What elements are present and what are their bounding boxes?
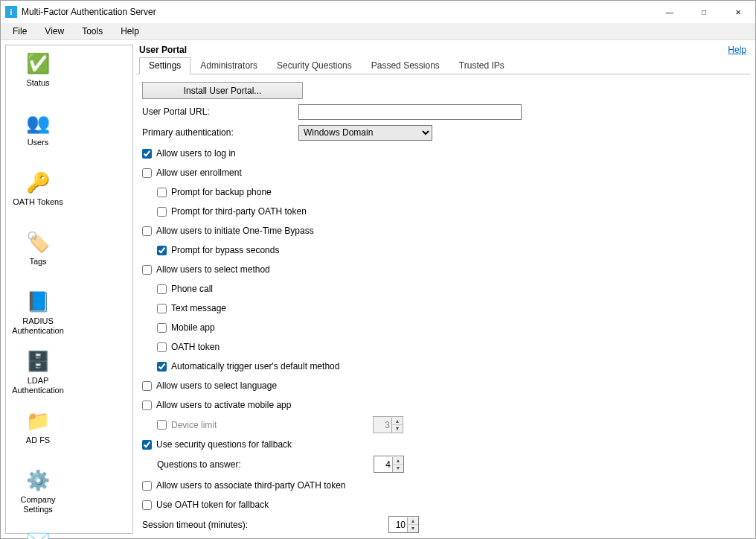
use-security-questions-checkbox[interactable]: Use security questions for fallback xyxy=(142,439,292,450)
nav-item-label: Tags xyxy=(29,257,46,267)
nav-item-company-settings[interactable]: ⚙️Company Settings xyxy=(6,465,70,525)
content-panel: User Portal Help SettingsAdministratorsS… xyxy=(136,45,751,534)
allow-select-method-checkbox[interactable]: Allow users to select method xyxy=(142,264,270,275)
tab-passed-sessions[interactable]: Passed Sessions xyxy=(362,57,449,74)
allow-enrollment-checkbox[interactable]: Allow user enrollment xyxy=(142,168,242,178)
page-title: User Portal xyxy=(139,45,728,55)
maximize-button[interactable]: □ xyxy=(687,1,721,23)
nav-item-radius-authentication[interactable]: 📘RADIUS Authentication xyxy=(6,287,70,346)
user-portal-url-input[interactable] xyxy=(298,104,522,120)
content-header: User Portal Help xyxy=(136,45,751,55)
primary-auth-select[interactable]: Windows Domain xyxy=(298,125,432,141)
status-icon: ✅ xyxy=(26,51,50,75)
device-limit-spinner[interactable]: ▲▼ xyxy=(373,416,403,433)
prompt-third-party-oath-checkbox[interactable]: Prompt for third-party OATH token xyxy=(157,206,307,217)
window-title: Multi-Factor Authentication Server xyxy=(22,7,653,17)
install-user-portal-button[interactable]: Install User Portal... xyxy=(142,82,303,99)
questions-to-answer-label: Questions to answer: xyxy=(157,459,374,470)
window-controls: — □ ✕ xyxy=(653,1,755,23)
primary-auth-label: Primary authentication: xyxy=(142,127,298,138)
nav-item-label: Status xyxy=(26,78,49,88)
ldap-auth-icon: 🗄️ xyxy=(26,349,50,373)
oath-tokens-icon: 🔑 xyxy=(26,170,50,194)
method-mobileapp-checkbox[interactable]: Mobile app xyxy=(157,322,215,333)
nav-item-label: AD FS xyxy=(26,436,50,445)
adfs-icon: 📁 xyxy=(26,409,50,433)
session-timeout-label: Session timeout (minutes): xyxy=(142,520,388,530)
nav-item-status[interactable]: ✅Status xyxy=(6,48,70,108)
menu-tools[interactable]: Tools xyxy=(73,25,112,38)
allow-bypass-checkbox[interactable]: Allow users to initiate One-Time Bypass xyxy=(142,226,314,236)
nav-item-label: Users xyxy=(28,138,49,147)
client-area: ✅Status👥Users🔑OATH Tokens🏷️Tags📘RADIUS A… xyxy=(1,40,755,538)
nav-item-oath-tokens[interactable]: 🔑OATH Tokens xyxy=(6,168,70,227)
tabstrip: SettingsAdministratorsSecurity Questions… xyxy=(136,57,751,74)
company-settings-icon: ⚙️ xyxy=(26,468,50,492)
use-oath-fallback-checkbox[interactable]: Use OATH token for fallback xyxy=(142,500,269,510)
menu-help[interactable]: Help xyxy=(112,25,148,38)
tab-administrators[interactable]: Administrators xyxy=(190,57,267,74)
nav-item-ad-fs[interactable]: 📁AD FS xyxy=(6,406,70,465)
tags-icon: 🏷️ xyxy=(26,230,50,254)
tab-trusted-ips[interactable]: Trusted IPs xyxy=(449,57,514,74)
help-link[interactable]: Help xyxy=(728,45,746,55)
device-limit-checkbox[interactable]: Device limit xyxy=(157,420,373,430)
nav-item-label: OATH Tokens xyxy=(13,197,63,207)
nav-panel: ✅Status👥Users🔑OATH Tokens🏷️Tags📘RADIUS A… xyxy=(5,45,133,534)
session-timeout-spinner[interactable]: ▲▼ xyxy=(388,516,419,533)
method-phone-checkbox[interactable]: Phone call xyxy=(157,284,213,294)
nav-item-label: LDAP Authentication xyxy=(7,376,68,395)
prompt-bypass-seconds-checkbox[interactable]: Prompt for bypass seconds xyxy=(157,245,279,255)
method-auto-trigger-checkbox[interactable]: Automatically trigger user's default met… xyxy=(157,361,339,371)
app-icon: i xyxy=(5,6,17,18)
nav-item-label: RADIUS Authentication xyxy=(7,316,68,336)
nav-item-label: Company Settings xyxy=(7,495,68,514)
nav-item-users[interactable]: 👥Users xyxy=(6,108,70,168)
tab-security-questions[interactable]: Security Questions xyxy=(267,57,362,74)
user-portal-url-label: User Portal URL: xyxy=(142,106,298,117)
radius-auth-icon: 📘 xyxy=(26,290,50,313)
prompt-backup-phone-checkbox[interactable]: Prompt for backup phone xyxy=(157,187,272,197)
minimize-button[interactable]: — xyxy=(653,1,687,23)
titlebar: i Multi-Factor Authentication Server — □… xyxy=(1,1,755,23)
menu-file[interactable]: File xyxy=(4,25,36,38)
allow-activate-mobile-checkbox[interactable]: Allow users to activate mobile app xyxy=(142,400,291,410)
questions-to-answer-spinner[interactable]: ▲▼ xyxy=(374,456,404,473)
allow-login-checkbox[interactable]: Allow users to log in xyxy=(142,148,236,159)
allow-select-language-checkbox[interactable]: Allow users to select language xyxy=(142,380,277,391)
method-text-checkbox[interactable]: Text message xyxy=(157,303,226,313)
tab-settings-content: Install User Portal... User Portal URL: … xyxy=(136,74,751,534)
email-icon: ✉️ xyxy=(26,528,50,539)
nav-item-ldap-authentication[interactable]: 🗄️LDAP Authentication xyxy=(6,346,70,406)
nav-item-tags[interactable]: 🏷️Tags xyxy=(6,227,70,287)
allow-associate-oath-checkbox[interactable]: Allow users to associate third-party OAT… xyxy=(142,480,346,491)
nav-item-email[interactable]: ✉️Email xyxy=(6,525,70,539)
method-oath-checkbox[interactable]: OATH token xyxy=(157,342,220,352)
menu-view[interactable]: View xyxy=(36,25,73,38)
tab-settings[interactable]: Settings xyxy=(139,57,190,74)
users-icon: 👥 xyxy=(26,111,50,135)
close-button[interactable]: ✕ xyxy=(721,1,755,23)
menubar: File View Tools Help xyxy=(1,23,755,40)
app-window: i Multi-Factor Authentication Server — □… xyxy=(0,0,756,539)
